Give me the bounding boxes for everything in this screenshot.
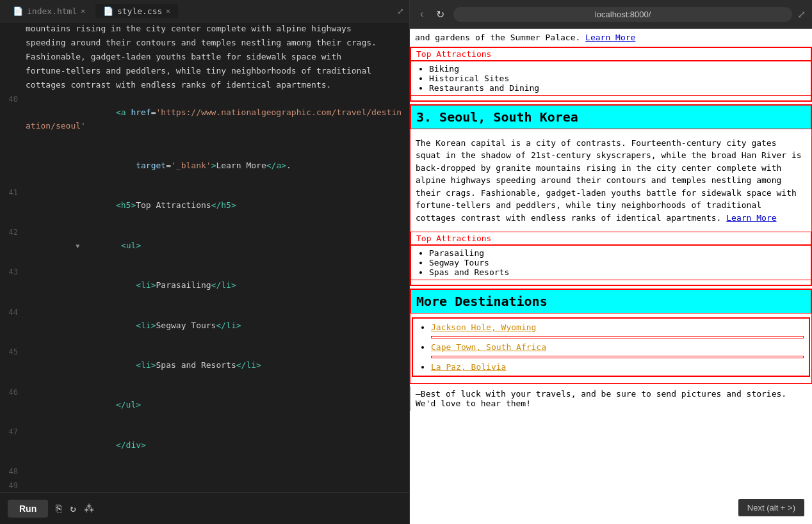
preview-body: and gardens of the Summer Palace. Learn … <box>410 29 812 436</box>
file-icon: 📄 <box>13 6 23 16</box>
preview-learn-more-2[interactable]: Learn More <box>726 213 776 223</box>
preview-top-attractions-label-1: Top Attractions <box>410 47 811 61</box>
preview-destinations-list: Jackson Hole, Wyoming Cape Town, South A… <box>412 318 809 376</box>
code-line: Fashionable, gadget-laden youths battle … <box>0 51 409 65</box>
preview-intro-text: and gardens of the Summer Palace. <box>415 33 580 42</box>
browser-back-button[interactable]: ‹ <box>416 6 427 22</box>
list-item: La Paz, Bolivia <box>431 362 804 372</box>
preview-section3-desc: The Korean capital is a city of contrast… <box>410 134 811 227</box>
tab-style-close[interactable]: × <box>166 7 170 15</box>
preview-attractions-list-2: Parasailing Segway Tours Spas and Resort… <box>410 245 811 280</box>
editor-tabs: 📄 index.html × 📄 style.css × ⤢ <box>0 0 409 22</box>
code-line-45: 45 <li>Spas and Resorts</li> <box>0 345 409 385</box>
browser-expand-icon[interactable]: ⤢ <box>797 8 806 20</box>
code-line-43: 43 <li>Parasailing</li> <box>0 266 409 305</box>
code-line: mountains rising in the city center comp… <box>0 22 409 36</box>
list-item: Segway Tours <box>429 258 806 267</box>
code-line-49: 49 <h2 class='heading-background'> More … <box>0 479 409 492</box>
code-line-42: 42 ▼ <ul> <box>0 226 409 266</box>
editor-toolbar: Run ⎘ ↻ ⁂ <box>0 492 409 524</box>
destination-link-capetown[interactable]: Cape Town, South Africa <box>431 342 546 352</box>
settings-icon[interactable]: ⁂ <box>84 502 94 514</box>
refresh-icon[interactable]: ↻ <box>70 502 76 514</box>
code-line-40: 40 <a href='https://www.nationalgeograph… <box>0 93 409 146</box>
preview-attractions-list-1: Biking Historical Sites Restaurants and … <box>410 61 811 96</box>
code-line-40b: target='_blank'>Learn More</a>. <box>0 146 409 186</box>
tab-index-close[interactable]: × <box>81 7 85 15</box>
browser-content[interactable]: and gardens of the Summer Palace. Learn … <box>410 29 812 524</box>
tab-index[interactable]: 📄 index.html × <box>5 4 93 19</box>
list-item: Spas and Resorts <box>429 267 806 277</box>
preview-footer: —Best of luck with your travels, and be … <box>410 386 812 411</box>
code-line: cottages contrast with endless ranks of … <box>0 79 409 93</box>
code-line-47: 47 </div> <box>0 425 409 465</box>
code-line-48: 48 <box>0 465 409 479</box>
browser-panel: ‹ ↻ ⤢ and gardens of the Summer Palace. … <box>410 0 812 524</box>
code-line-41: 41 <h5>Top Attractions</h5> <box>0 186 409 226</box>
list-item: Jackson Hole, Wyoming <box>431 322 804 336</box>
destination-link-lapaz[interactable]: La Paz, Bolivia <box>431 362 506 372</box>
code-line: fortune-tellers and peddlers, while tiny… <box>0 65 409 79</box>
preview-footer-text: —Best of luck with your travels, and be … <box>416 389 786 408</box>
editor-content[interactable]: mountains rising in the city center comp… <box>0 22 409 492</box>
destination-link-jackson[interactable]: Jackson Hole, Wyoming <box>431 322 536 332</box>
list-item: Cape Town, South Africa <box>431 342 804 356</box>
preview-section-seoul: 3. Seoul, South Korea The Korean capital… <box>410 104 812 287</box>
code-line-46: 46 </ul> <box>0 386 409 425</box>
expand-icon[interactable]: ⤢ <box>397 6 404 16</box>
file-icon-style: 📄 <box>103 6 113 16</box>
copy-icon[interactable]: ⎘ <box>56 502 62 514</box>
preview-top-attractions-label-2: Top Attractions <box>410 232 811 245</box>
preview-section-more-destinations: More Destinations Jackson Hole, Wyoming … <box>410 289 812 384</box>
address-bar[interactable] <box>453 7 792 22</box>
preview-more-destinations-heading: More Destinations <box>410 289 811 314</box>
code-line: speeding around their contours and templ… <box>0 36 409 51</box>
list-item: Parasailing <box>429 248 806 258</box>
browser-refresh-button[interactable]: ↻ <box>432 6 448 23</box>
browser-toolbar: ‹ ↻ ⤢ <box>410 0 812 29</box>
code-line-44: 44 <li>Segway Tours</li> <box>0 306 409 345</box>
list-item: Historical Sites <box>429 74 806 83</box>
next-button[interactable]: Next (alt + >) <box>738 499 804 516</box>
preview-intro: and gardens of the Summer Palace. Learn … <box>410 29 812 47</box>
editor-panel: 📄 index.html × 📄 style.css × ⤢ mountains… <box>0 0 410 524</box>
preview-destinations-section: Jackson Hole, Wyoming Cape Town, South A… <box>412 317 810 377</box>
tab-style-label: style.css <box>117 6 162 16</box>
preview-section-attractions-1: Top Attractions Biking Historical Sites … <box>410 47 812 102</box>
main-container: 📄 index.html × 📄 style.css × ⤢ mountains… <box>0 0 812 524</box>
preview-section3-heading: 3. Seoul, South Korea <box>410 105 811 129</box>
list-item: Restaurants and Dining <box>429 83 806 93</box>
list-item: Biking <box>429 64 806 74</box>
preview-learn-more-1[interactable]: Learn More <box>585 33 635 42</box>
run-button[interactable]: Run <box>8 500 48 518</box>
tab-style[interactable]: 📄 style.css × <box>95 4 178 19</box>
tab-index-label: index.html <box>27 6 77 16</box>
